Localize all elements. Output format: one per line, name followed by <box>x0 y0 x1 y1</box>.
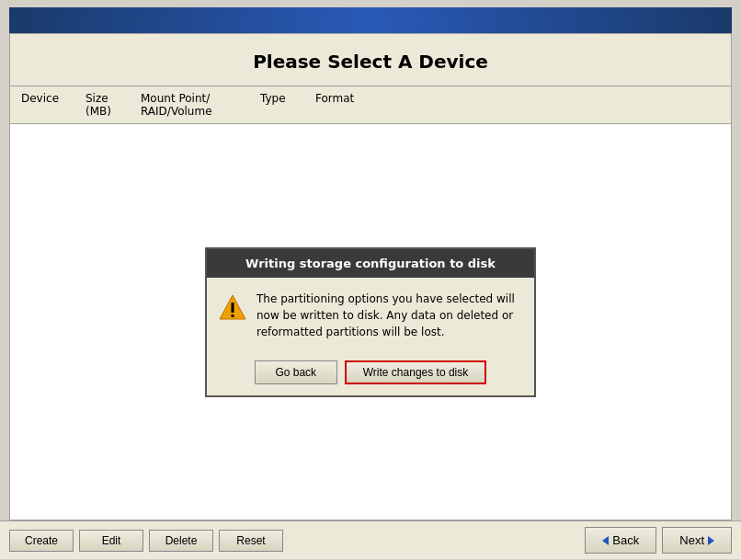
svg-rect-2 <box>232 314 234 317</box>
create-button[interactable]: Create <box>9 530 74 552</box>
warning-icon <box>218 292 247 322</box>
bottom-actions: Create Edit Delete Reset <box>9 530 283 552</box>
dialog-buttons: Go back Write changes to disk <box>207 353 534 395</box>
page-title: Please Select A Device <box>253 51 488 73</box>
go-back-button[interactable]: Go back <box>255 360 337 384</box>
page-title-area: Please Select A Device <box>10 34 731 86</box>
next-arrow-icon <box>708 536 714 545</box>
write-changes-button[interactable]: Write changes to disk <box>345 360 487 384</box>
next-label: Next <box>679 533 704 547</box>
main-container: Please Select A Device Device Size(MB) M… <box>9 33 732 520</box>
col-mount: Mount Point/RAID/Volume <box>137 90 256 120</box>
delete-button[interactable]: Delete <box>149 530 213 552</box>
back-button[interactable]: Back <box>585 527 656 554</box>
top-bar <box>9 7 732 33</box>
back-label: Back <box>612 533 639 547</box>
dialog-overlay: Writing storage configuration to disk Th… <box>10 124 731 520</box>
dialog-title: Writing storage configuration to disk <box>207 249 534 278</box>
edit-button[interactable]: Edit <box>79 530 143 552</box>
col-format: Format <box>312 90 385 120</box>
col-device: Device <box>17 90 82 120</box>
dialog-message: The partitioning options you have select… <box>256 291 523 340</box>
nav-buttons: Back Next <box>585 527 732 554</box>
table-header: Device Size(MB) Mount Point/RAID/Volume … <box>10 86 731 124</box>
content-area: Writing storage configuration to disk Th… <box>10 124 731 520</box>
col-type: Type <box>256 90 312 120</box>
dialog-body: The partitioning options you have select… <box>207 278 534 353</box>
svg-rect-1 <box>232 303 234 313</box>
reset-button[interactable]: Reset <box>219 530 283 552</box>
dialog: Writing storage configuration to disk Th… <box>205 247 536 397</box>
back-arrow-icon <box>602 536 609 545</box>
bottom-bar: Create Edit Delete Reset Back Next <box>0 520 741 559</box>
next-button[interactable]: Next <box>662 527 732 554</box>
col-size: Size(MB) <box>82 90 137 120</box>
